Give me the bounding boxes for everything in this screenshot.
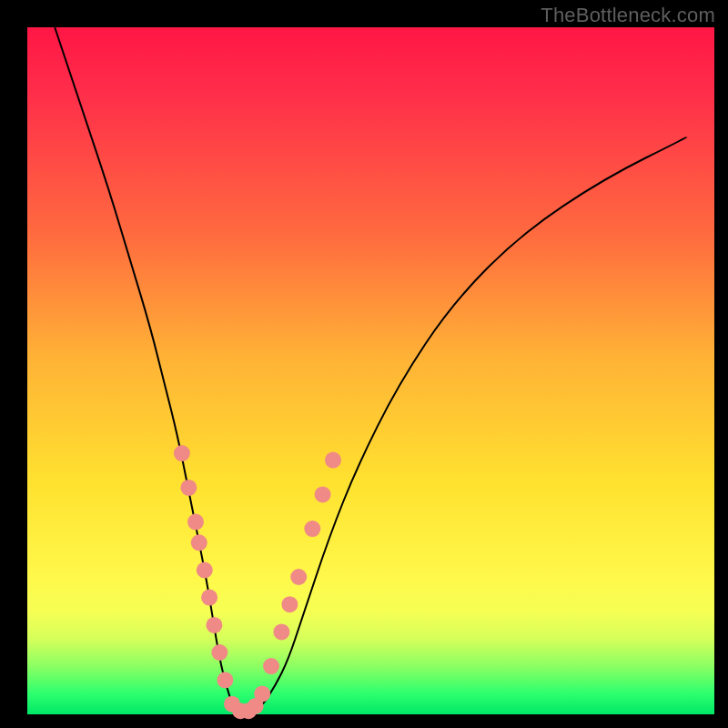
marker-right-cluster [315, 486, 331, 502]
curve-layer [27, 27, 714, 714]
marker-left-cluster [191, 534, 207, 551]
watermark-text: TheBottleneck.com [541, 4, 715, 27]
marker-left-cluster [174, 445, 190, 461]
marker-left-cluster [201, 590, 217, 606]
bottleneck-curve [55, 27, 687, 714]
marker-right-cluster [325, 452, 341, 469]
marker-right-cluster [254, 685, 270, 702]
marker-left-cluster [211, 644, 228, 661]
marker-left-cluster [197, 562, 213, 579]
marker-right-cluster [290, 569, 307, 585]
marker-left-cluster [180, 480, 197, 496]
marker-right-cluster [281, 596, 298, 612]
marker-right-cluster [273, 623, 289, 640]
curve-markers [174, 445, 341, 719]
plot-area [27, 27, 714, 714]
marker-left-cluster [187, 514, 204, 531]
marker-left-cluster [206, 617, 222, 633]
marker-right-cluster [263, 658, 279, 674]
chart-frame: TheBottleneck.com [0, 0, 728, 728]
marker-left-cluster [217, 672, 233, 688]
marker-right-cluster [304, 521, 320, 537]
